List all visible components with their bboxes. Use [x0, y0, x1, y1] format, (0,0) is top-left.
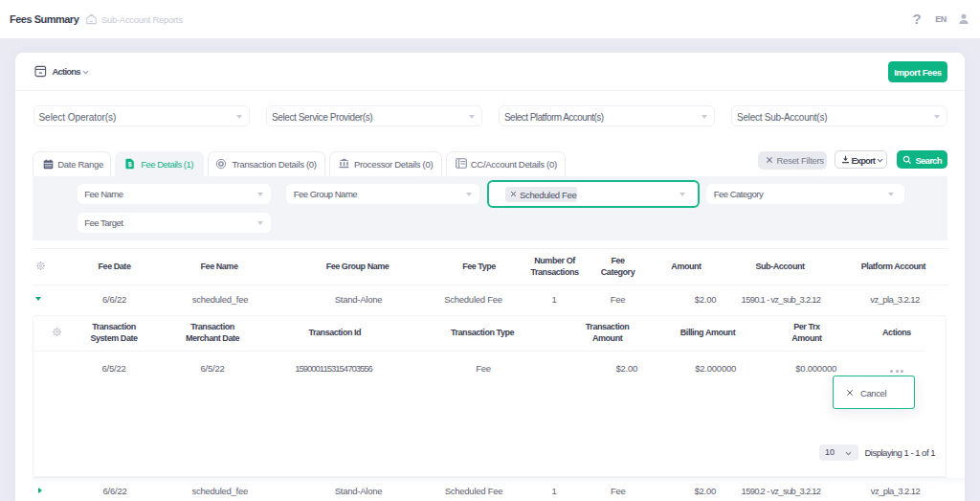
- svg-text:$: $: [127, 161, 131, 169]
